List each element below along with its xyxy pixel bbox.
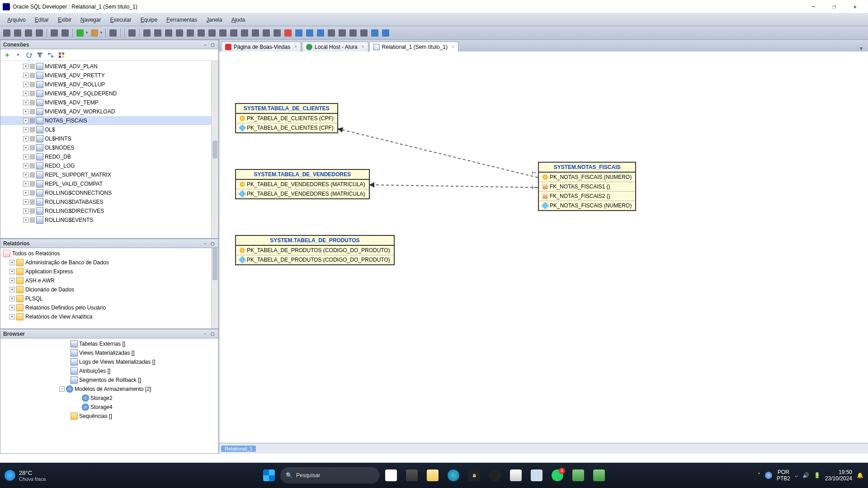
entity-column[interactable]: PK_TABELA_DE_PRODUTOS (CODIGO_DO_PRODUTO… <box>236 246 394 255</box>
connection-node[interactable]: +ROLLING$DATABASES <box>0 197 218 206</box>
window-button[interactable] <box>272 28 282 38</box>
editor-tab[interactable]: Relational_1 (Sem título_1)× <box>369 42 458 52</box>
dropdown-icon[interactable]: ▼ <box>13 50 23 60</box>
menu-executar[interactable]: Executar <box>105 15 136 25</box>
arrow-button[interactable] <box>218 28 228 38</box>
stop-button[interactable] <box>108 28 118 38</box>
validate-button[interactable] <box>185 28 195 38</box>
connection-node[interactable]: +OL$ <box>0 125 218 134</box>
maximize-button[interactable]: ❐ <box>824 0 844 14</box>
filter-icon[interactable] <box>35 50 45 60</box>
connections-scrollbar[interactable] <box>211 61 218 238</box>
refresh-icon[interactable] <box>24 50 34 60</box>
app-a[interactable]: a <box>465 466 484 484</box>
start-button[interactable] <box>259 466 278 484</box>
reports-scrollbar[interactable] <box>211 248 218 328</box>
app-whatsapp[interactable]: 6 <box>548 466 567 484</box>
close-button[interactable]: ✕ <box>844 0 865 14</box>
cascade-button[interactable] <box>337 28 347 38</box>
panel-detach-icon[interactable]: ▢ <box>209 331 216 337</box>
browser-node[interactable]: Segmentos de Rollback [] <box>0 375 218 385</box>
panel-detach-icon[interactable]: ▢ <box>209 240 216 247</box>
browser-node[interactable]: Tabelas Externas [] <box>0 339 218 348</box>
connection-node[interactable]: +MVIEW$_ADV_SQLDEPEND <box>0 89 218 98</box>
notifications-icon[interactable]: 🔔 <box>857 472 863 479</box>
app-sqldev[interactable] <box>569 466 588 484</box>
dropdown-icon[interactable]: ▼ <box>85 31 89 35</box>
connection-node[interactable]: +MVIEW$_ADV_ROLLUP <box>0 80 218 89</box>
saveall-button[interactable] <box>34 28 44 38</box>
entity-column[interactable]: FK_NOTAS_FISCAIS1 () <box>539 182 635 192</box>
forward-button[interactable] <box>207 28 217 38</box>
onedrive-icon[interactable] <box>765 472 772 479</box>
entity-column[interactable]: PK_TABELA_DE_VENDEDORES (MATRICULA) <box>236 189 369 198</box>
menu-janela[interactable]: Janela <box>202 15 226 25</box>
browser-node[interactable]: Views Materializadas [] <box>0 348 218 357</box>
shop3-button[interactable] <box>250 28 260 38</box>
calendar-button[interactable] <box>175 28 184 38</box>
connection-node[interactable]: +ROLLING$EVENTS <box>0 216 218 225</box>
new-button[interactable] <box>2 28 12 38</box>
browser-node[interactable]: Storage4 <box>0 403 218 412</box>
volume-icon[interactable]: 🔊 <box>802 472 809 479</box>
report-folder[interactable]: +Administração de Banco de Dados <box>0 258 218 267</box>
zoomin-button[interactable] <box>316 28 326 38</box>
app-other[interactable] <box>590 466 609 484</box>
close-icon[interactable]: × <box>452 44 454 49</box>
fit-button[interactable] <box>326 28 336 38</box>
connection-node[interactable]: +MVIEW$_ADV_PLAN <box>0 62 218 71</box>
report-folder[interactable]: +Application Express <box>0 267 218 276</box>
menu-arquivo[interactable]: Arquivo <box>3 15 30 25</box>
connection-node[interactable]: +MVIEW$_ADV_TEMP <box>0 98 218 107</box>
link-icon[interactable] <box>46 50 56 60</box>
zoomout-button[interactable] <box>305 28 315 38</box>
tab-overflow-icon[interactable]: ▾ <box>860 45 866 52</box>
editor-tab[interactable]: Local Host - Alura× <box>302 42 368 52</box>
menu-editar[interactable]: Editar <box>30 15 53 25</box>
browser-tree[interactable]: Tabelas Externas []Views Materializadas … <box>0 338 218 422</box>
connection-node[interactable]: +ROLLING$CONNECTIONS <box>0 188 218 197</box>
wifi-icon[interactable]: ⌵ <box>795 472 798 479</box>
shop2-button[interactable] <box>240 28 250 38</box>
report-folder[interactable]: +Dicionário de Dados <box>0 285 218 294</box>
entity-column[interactable]: PK_TABELA_DE_CLIENTES (CPF) <box>236 123 337 132</box>
entity-vendedores[interactable]: SYSTEM.TABELA_DE_VENDEDORESPK_TABELA_DE_… <box>235 169 370 199</box>
relational-chip[interactable]: Relational_1 <box>221 446 256 452</box>
app-doc[interactable] <box>527 466 546 484</box>
panel-minimize-icon[interactable]: − <box>202 240 208 247</box>
report-folder[interactable]: +ASH e AWR <box>0 276 218 285</box>
menu-ajuda[interactable]: Ajuda <box>227 15 250 25</box>
debug-button[interactable] <box>90 28 99 38</box>
browser-node[interactable]: Logs de Views Materializadas [] <box>0 357 218 366</box>
find-button[interactable] <box>127 28 137 38</box>
report-folder[interactable]: +Relatórios de View Analítica <box>0 312 218 321</box>
new-connection-button[interactable]: + <box>2 50 12 60</box>
connection-node[interactable]: +REDO_LOG <box>0 161 218 170</box>
app-taskview[interactable] <box>402 466 421 484</box>
language-indicator[interactable]: POR PTB2 <box>777 469 790 482</box>
clock[interactable]: 19:50 23/10/2024 <box>825 469 852 482</box>
menu-navegar[interactable]: Navegar <box>76 15 105 25</box>
report-folder[interactable]: +PLSQL <box>0 294 218 303</box>
connection-node[interactable]: +OL$NODES <box>0 143 218 152</box>
reports-root[interactable]: Todos os Relatórios <box>0 249 218 258</box>
browser-node[interactable]: Storage2 <box>0 394 218 403</box>
save-button[interactable] <box>24 28 33 38</box>
prev-button[interactable] <box>370 28 380 38</box>
open-button[interactable] <box>13 28 23 38</box>
x-button[interactable] <box>283 28 293 38</box>
diagram-canvas[interactable]: ⊢⊢ SYSTEM.TABELA_DE_CLIENTESPK_TABELA_DE… <box>219 52 868 443</box>
browser-node[interactable]: Sequências [] <box>0 412 218 421</box>
entity-column[interactable]: PK_TABELA_DE_VENDEDORES (MATRICULA) <box>236 180 369 189</box>
connection-node[interactable]: +REPL_VALID_COMPAT <box>0 179 218 188</box>
warn-button[interactable] <box>196 28 206 38</box>
undo-button[interactable] <box>49 28 59 38</box>
connection-node[interactable]: +MVIEW$_ADV_PRETTY <box>0 71 218 80</box>
entity-notas[interactable]: SYSTEM.NOTAS_FISCAISPK_NOTAS_FISCAIS (NU… <box>538 162 636 211</box>
app-cat[interactable] <box>382 466 401 484</box>
connection-node[interactable]: +REPL_SUPPORT_MATRIX <box>0 170 218 179</box>
panel-minimize-icon[interactable]: − <box>202 331 208 337</box>
link-button[interactable] <box>359 28 369 38</box>
entity-column[interactable]: FK_NOTAS_FISCAIS2 () <box>539 192 635 201</box>
back2-button[interactable] <box>294 28 304 38</box>
